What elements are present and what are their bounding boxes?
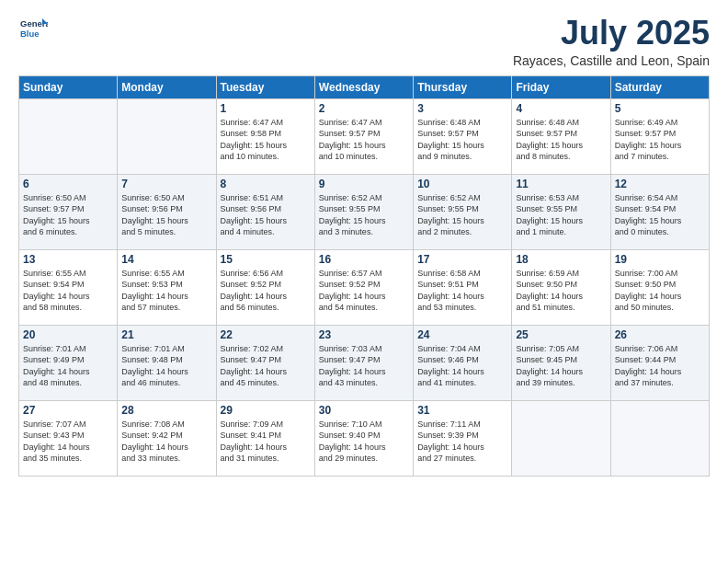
day-number: 22 [221,328,311,341]
day-number: 5 [615,102,705,115]
table-row: 3Sunrise: 6:48 AMSunset: 9:57 PMDaylight… [414,98,512,174]
day-info: Sunrise: 6:50 AMSunset: 9:57 PMDaylight:… [23,192,113,238]
day-info: Sunrise: 6:56 AMSunset: 9:52 PMDaylight:… [221,268,311,314]
table-row: 25Sunrise: 7:05 AMSunset: 9:45 PMDayligh… [512,325,610,400]
day-info: Sunrise: 6:50 AMSunset: 9:56 PMDaylight:… [121,192,211,238]
day-info: Sunrise: 6:54 AMSunset: 9:54 PMDaylight:… [615,192,705,238]
week-row-5: 27Sunrise: 7:07 AMSunset: 9:43 PMDayligh… [19,400,710,476]
table-row: 7Sunrise: 6:50 AMSunset: 9:56 PMDaylight… [118,174,216,249]
table-row: 15Sunrise: 6:56 AMSunset: 9:52 PMDayligh… [216,249,314,325]
col-sunday: Sunday [19,75,118,98]
day-number: 8 [221,178,311,190]
col-thursday: Thursday [414,75,512,98]
day-info: Sunrise: 6:48 AMSunset: 9:57 PMDaylight:… [516,117,606,163]
day-number: 19 [615,253,705,266]
table-row: 23Sunrise: 7:03 AMSunset: 9:47 PMDayligh… [314,325,413,400]
day-info: Sunrise: 6:51 AMSunset: 9:56 PMDaylight:… [221,192,311,238]
day-number: 9 [319,178,409,190]
table-row: 21Sunrise: 7:01 AMSunset: 9:48 PMDayligh… [118,325,216,400]
day-number: 17 [417,253,507,266]
table-row [512,400,610,476]
day-number: 26 [615,328,705,341]
table-row: 13Sunrise: 6:55 AMSunset: 9:54 PMDayligh… [19,249,118,325]
day-info: Sunrise: 6:55 AMSunset: 9:53 PMDaylight:… [121,268,211,314]
table-row: 29Sunrise: 7:09 AMSunset: 9:41 PMDayligh… [216,400,314,476]
day-number: 24 [417,328,507,341]
col-friday: Friday [512,75,610,98]
day-info: Sunrise: 7:10 AMSunset: 9:40 PMDaylight:… [319,419,409,465]
day-info: Sunrise: 6:57 AMSunset: 9:52 PMDaylight:… [319,268,409,314]
day-number: 18 [516,253,606,266]
day-number: 25 [516,328,606,341]
day-number: 30 [319,404,409,417]
day-number: 29 [221,404,311,417]
table-row [19,98,118,174]
logo: General Blue [18,15,48,44]
col-monday: Monday [118,75,216,98]
day-info: Sunrise: 7:03 AMSunset: 9:47 PMDaylight:… [319,343,409,389]
day-number: 4 [516,102,606,115]
table-row: 9Sunrise: 6:52 AMSunset: 9:55 PMDaylight… [314,174,413,249]
day-info: Sunrise: 7:07 AMSunset: 9:43 PMDaylight:… [23,419,113,465]
day-number: 6 [23,178,113,190]
day-number: 3 [417,102,507,115]
day-number: 16 [319,253,409,266]
day-number: 11 [516,178,606,190]
month-title: July 2025 [513,15,710,52]
table-row: 17Sunrise: 6:58 AMSunset: 9:51 PMDayligh… [414,249,512,325]
day-info: Sunrise: 6:52 AMSunset: 9:55 PMDaylight:… [417,192,507,238]
day-info: Sunrise: 7:11 AMSunset: 9:39 PMDaylight:… [417,419,507,465]
table-row: 12Sunrise: 6:54 AMSunset: 9:54 PMDayligh… [610,174,709,249]
day-number: 2 [319,102,409,115]
svg-text:Blue: Blue [20,29,40,39]
day-info: Sunrise: 7:04 AMSunset: 9:46 PMDaylight:… [417,343,507,389]
table-row: 8Sunrise: 6:51 AMSunset: 9:56 PMDaylight… [216,174,314,249]
calendar-header-row: Sunday Monday Tuesday Wednesday Thursday… [19,75,710,98]
day-info: Sunrise: 6:49 AMSunset: 9:57 PMDaylight:… [615,117,705,163]
table-row: 22Sunrise: 7:02 AMSunset: 9:47 PMDayligh… [216,325,314,400]
day-number: 1 [221,102,311,115]
day-number: 10 [417,178,507,190]
day-number: 31 [417,404,507,417]
day-number: 13 [23,253,113,266]
table-row: 11Sunrise: 6:53 AMSunset: 9:55 PMDayligh… [512,174,610,249]
day-number: 12 [615,178,705,190]
day-number: 20 [23,328,113,341]
table-row [118,98,216,174]
day-info: Sunrise: 6:47 AMSunset: 9:58 PMDaylight:… [221,117,311,163]
location: Rayaces, Castille and Leon, Spain [513,53,710,68]
table-row: 27Sunrise: 7:07 AMSunset: 9:43 PMDayligh… [19,400,118,476]
week-row-1: 1Sunrise: 6:47 AMSunset: 9:58 PMDaylight… [19,98,710,174]
table-row: 1Sunrise: 6:47 AMSunset: 9:58 PMDaylight… [216,98,314,174]
day-number: 27 [23,404,113,417]
day-info: Sunrise: 7:09 AMSunset: 9:41 PMDaylight:… [221,419,311,465]
day-info: Sunrise: 6:59 AMSunset: 9:50 PMDaylight:… [516,268,606,314]
table-row: 4Sunrise: 6:48 AMSunset: 9:57 PMDaylight… [512,98,610,174]
week-row-2: 6Sunrise: 6:50 AMSunset: 9:57 PMDaylight… [19,174,710,249]
day-info: Sunrise: 6:52 AMSunset: 9:55 PMDaylight:… [319,192,409,238]
day-number: 23 [319,328,409,341]
day-number: 14 [121,253,211,266]
day-info: Sunrise: 7:01 AMSunset: 9:48 PMDaylight:… [121,343,211,389]
col-tuesday: Tuesday [216,75,314,98]
table-row: 30Sunrise: 7:10 AMSunset: 9:40 PMDayligh… [314,400,413,476]
table-row: 2Sunrise: 6:47 AMSunset: 9:57 PMDaylight… [314,98,413,174]
week-row-4: 20Sunrise: 7:01 AMSunset: 9:49 PMDayligh… [19,325,710,400]
day-number: 15 [221,253,311,266]
table-row: 10Sunrise: 6:52 AMSunset: 9:55 PMDayligh… [414,174,512,249]
day-info: Sunrise: 7:02 AMSunset: 9:47 PMDaylight:… [221,343,311,389]
day-info: Sunrise: 6:48 AMSunset: 9:57 PMDaylight:… [417,117,507,163]
day-info: Sunrise: 7:00 AMSunset: 9:50 PMDaylight:… [615,268,705,314]
week-row-3: 13Sunrise: 6:55 AMSunset: 9:54 PMDayligh… [19,249,710,325]
day-number: 7 [121,178,211,190]
calendar: Sunday Monday Tuesday Wednesday Thursday… [18,75,710,477]
page-header: General Blue July 2025 Rayaces, Castille… [18,15,710,68]
table-row: 18Sunrise: 6:59 AMSunset: 9:50 PMDayligh… [512,249,610,325]
table-row: 19Sunrise: 7:00 AMSunset: 9:50 PMDayligh… [610,249,709,325]
table-row: 16Sunrise: 6:57 AMSunset: 9:52 PMDayligh… [314,249,413,325]
col-saturday: Saturday [610,75,709,98]
table-row: 24Sunrise: 7:04 AMSunset: 9:46 PMDayligh… [414,325,512,400]
table-row: 5Sunrise: 6:49 AMSunset: 9:57 PMDaylight… [610,98,709,174]
table-row [610,400,709,476]
table-row: 28Sunrise: 7:08 AMSunset: 9:42 PMDayligh… [118,400,216,476]
